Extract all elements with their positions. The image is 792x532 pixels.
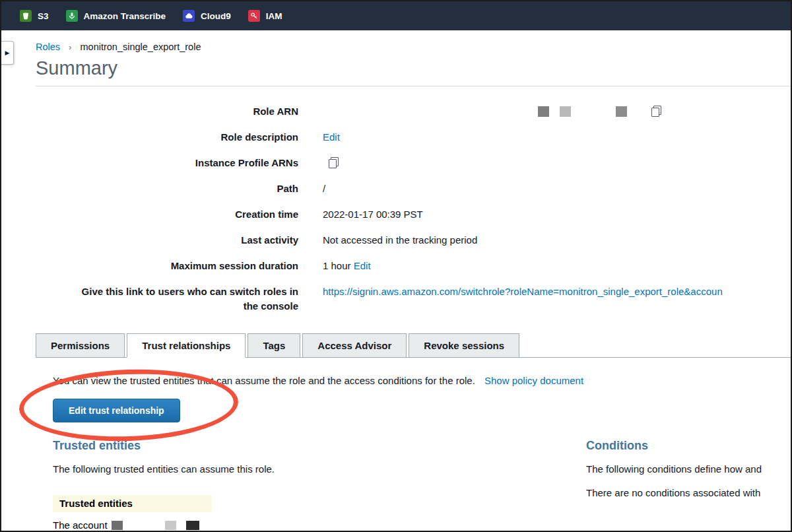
nav-item-amazon-transcribe[interactable]: Amazon Transcribe — [66, 10, 166, 22]
tab-trust-relationships[interactable]: Trust relationships — [127, 333, 246, 358]
edit-max-session-link[interactable]: Edit — [354, 260, 371, 271]
instance-profile-arns-value — [323, 156, 791, 170]
switch-role-url-link[interactable]: https://signin.aws.amazon.com/switchrole… — [323, 286, 723, 297]
tab-revoke-sessions[interactable]: Revoke sessions — [409, 333, 519, 358]
trust-relationships-panel: You can view the trusted entities that c… — [36, 358, 791, 531]
trusted-entities-heading: Trusted entities — [53, 438, 586, 453]
transcribe-icon — [66, 10, 78, 22]
conditions-empty-text: There are no conditions associated with — [586, 486, 791, 500]
breadcrumb: Roles › monitron_single_export_role — [36, 41, 791, 53]
top-navigation-bar: S3 Amazon Transcribe Cloud9 IAM — [1, 1, 791, 30]
redaction-block — [560, 106, 571, 117]
creation-time-value: 2022-01-17 00:39 PST — [323, 207, 791, 222]
conditions-section: Conditions The following conditions defi… — [586, 438, 791, 531]
trust-description-text: You can view the trusted entities that c… — [53, 375, 475, 386]
s3-bucket-icon — [20, 10, 32, 22]
copy-icon[interactable] — [329, 157, 339, 168]
nav-item-label: Amazon Transcribe — [84, 11, 166, 21]
nav-item-cloud9[interactable]: Cloud9 — [183, 10, 231, 22]
iam-icon — [248, 10, 260, 22]
role-detail-tabs: Permissions Trust relationships Tags Acc… — [36, 333, 791, 358]
trust-columns: Trusted entities The following trusted e… — [53, 438, 791, 531]
redaction-block — [538, 106, 549, 117]
trust-description: You can view the trusted entities that c… — [53, 374, 791, 387]
conditions-heading: Conditions — [586, 438, 791, 453]
breadcrumb-separator: › — [69, 42, 71, 52]
redaction-block — [616, 106, 627, 117]
nav-item-s3[interactable]: S3 — [20, 10, 49, 22]
last-activity-value: Not accessed in the tracking period — [323, 233, 791, 248]
tab-permissions[interactable]: Permissions — [36, 333, 125, 358]
nav-item-iam[interactable]: IAM — [248, 10, 282, 22]
conditions-description: The following conditions define how and — [586, 463, 791, 476]
switch-role-link-label: Give this link to users who can switch r… — [81, 284, 298, 314]
path-value: / — [323, 182, 791, 196]
role-description-value: Edit — [323, 130, 791, 145]
trusted-entities-description: The following trusted entities can assum… — [53, 463, 586, 476]
role-arn-label: Role ARN — [36, 104, 298, 119]
trusted-account-text: The account — [53, 519, 108, 531]
path-label: Path — [36, 182, 298, 196]
max-session-duration-label: Maximum session duration — [36, 259, 298, 273]
last-activity-label: Last activity — [36, 233, 298, 248]
tab-tags[interactable]: Tags — [248, 333, 300, 358]
copy-icon[interactable] — [651, 106, 661, 117]
show-policy-document-link[interactable]: Show policy document — [484, 375, 583, 386]
chevron-right-icon: ▶ — [5, 50, 10, 56]
role-description-label: Role description — [36, 130, 298, 145]
trusted-entities-table-header: Trusted entities — [53, 495, 212, 512]
cloud9-icon — [183, 10, 195, 22]
main-content: Roles › monitron_single_export_role Summ… — [1, 30, 791, 531]
redaction-block — [186, 521, 199, 530]
trusted-entities-section: Trusted entities The following trusted e… — [53, 438, 586, 531]
iam-console-window: S3 Amazon Transcribe Cloud9 IAM ▶ — [0, 0, 792, 532]
redaction-block — [112, 521, 123, 530]
tab-access-advisor[interactable]: Access Advisor — [302, 333, 407, 358]
trusted-account-row: The account — [53, 519, 586, 531]
edit-role-description-link[interactable]: Edit — [323, 131, 340, 143]
redaction-block — [165, 521, 176, 530]
page-title: Summary — [36, 57, 791, 79]
max-session-duration-value: 1 hour Edit — [323, 259, 791, 273]
instance-profile-arns-label: Instance Profile ARNs — [36, 156, 298, 170]
nav-item-label: IAM — [266, 11, 282, 21]
breadcrumb-roles-link[interactable]: Roles — [36, 42, 60, 52]
summary-section: Role ARN Role description Edit Instance … — [36, 104, 791, 314]
breadcrumb-current: monitron_single_export_role — [80, 42, 201, 52]
sidebar-collapse-handle[interactable]: ▶ — [1, 41, 14, 65]
nav-item-label: Cloud9 — [201, 11, 231, 21]
title-divider — [36, 86, 791, 86]
nav-item-label: S3 — [38, 11, 49, 21]
switch-role-link-value: https://signin.aws.amazon.com/switchrole… — [323, 284, 791, 314]
role-arn-value — [323, 104, 791, 119]
max-session-duration-text: 1 hour — [323, 260, 351, 271]
page-body: ▶ Roles › monitron_single_export_role Su… — [1, 30, 791, 531]
creation-time-label: Creation time — [36, 207, 298, 222]
edit-trust-relationship-button[interactable]: Edit trust relationship — [53, 399, 180, 422]
